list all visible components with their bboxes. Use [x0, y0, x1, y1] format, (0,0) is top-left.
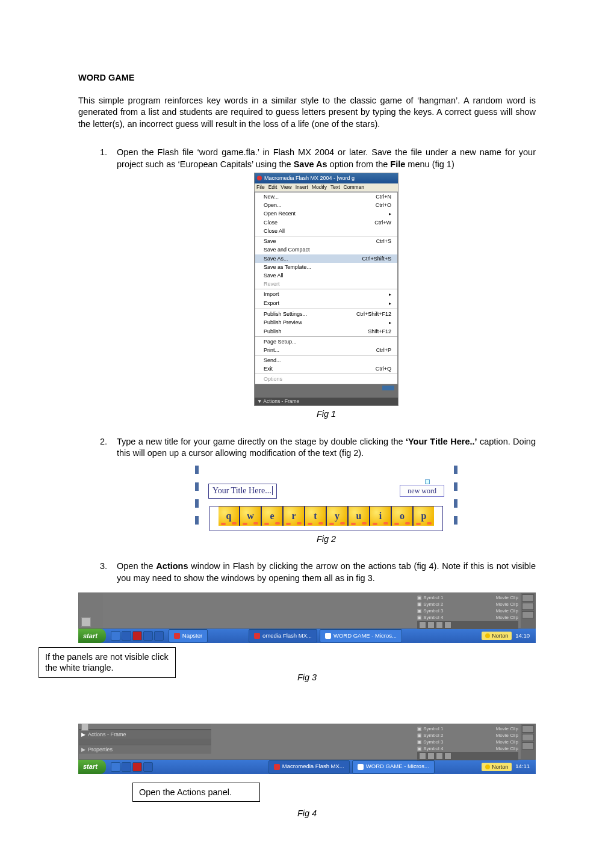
properties-expand-triangle[interactable]: ▶	[81, 746, 85, 753]
task-word-doc-4[interactable]: WORD GAME - Micros...	[352, 760, 435, 774]
title-text: Your Title Here...	[212, 486, 271, 495]
flash-title-bar: Macromedia Flash MX 2004 - [word g	[255, 173, 398, 183]
menu-insert[interactable]: Insert	[296, 184, 308, 191]
step3-text-a: Open the	[117, 561, 156, 571]
file-menu-item[interactable]: ExitCtrl+Q	[255, 365, 397, 373]
step1-text-c: option from the	[327, 159, 391, 169]
key-t[interactable]: t	[304, 506, 326, 526]
library-tool-icon[interactable]	[419, 753, 426, 760]
file-menu-item[interactable]: Save As...Ctrl+Shift+S	[255, 254, 397, 263]
library-row[interactable]: ▣ Symbol 4Movie Clip	[417, 745, 518, 752]
ql4-icon-4[interactable]	[143, 762, 153, 772]
key-y[interactable]: y	[326, 506, 347, 526]
library-row[interactable]: ▣ Symbol 2Movie Clip	[417, 601, 518, 608]
panel-expand-arrow[interactable]	[81, 617, 91, 627]
key-o[interactable]: o	[391, 506, 412, 526]
library-tool-icon[interactable]	[427, 753, 435, 760]
start-button[interactable]: start	[78, 629, 106, 643]
selection-handle[interactable]	[425, 479, 430, 484]
fig4-library-panel: ▣ Symbol 1Movie Clip▣ Symbol 2Movie Clip…	[415, 724, 535, 759]
library-tool-icon[interactable]	[419, 621, 426, 629]
library-row[interactable]: ▣ Symbol 3Movie Clip	[417, 739, 518, 745]
ql-icon-3[interactable]	[132, 631, 142, 641]
panel-slot-icon[interactable]	[81, 724, 88, 731]
task-napster[interactable]: Napster	[169, 629, 208, 642]
ql4-icon-2[interactable]	[122, 762, 131, 772]
actions-expand-triangle[interactable]: ▶	[81, 731, 85, 738]
library-row[interactable]: ▣ Symbol 1Movie Clip	[417, 725, 518, 732]
library-row[interactable]: ▣ Symbol 4Movie Clip	[417, 614, 518, 621]
fig4-taskbar: start Macromedia Flash MX... WORD GAME -…	[78, 760, 536, 774]
file-menu-item[interactable]: Save as Template...	[255, 263, 397, 271]
key-p[interactable]: p	[412, 506, 434, 526]
lib-scroll-down[interactable]	[522, 611, 534, 618]
ql-icon-5[interactable]	[154, 631, 164, 641]
key-e[interactable]: e	[261, 506, 282, 526]
menu-modify[interactable]: Modify	[312, 184, 327, 191]
key-i[interactable]: i	[369, 506, 391, 526]
file-menu-item[interactable]: Publish Settings...Ctrl+Shift+F12	[255, 310, 397, 318]
file-menu-item[interactable]: Send...	[255, 356, 397, 365]
menu-item-label: Save as Template...	[264, 263, 311, 271]
menu-item-shortcut: Ctrl+Shift+F12	[356, 310, 391, 318]
file-menu-item[interactable]: Print...Ctrl+P	[255, 346, 397, 354]
menu-edit[interactable]: Edit	[268, 184, 278, 191]
menu-file[interactable]: File	[256, 184, 265, 191]
clock-4: 14:11	[515, 763, 530, 771]
library-row[interactable]: ▣ Symbol 3Movie Clip	[417, 608, 518, 614]
actions-panel-header[interactable]: ▶ Actions - Frame	[79, 730, 211, 739]
task-flash[interactable]: omedia Flash MX...	[249, 629, 317, 642]
lib4-scroll-up[interactable]	[522, 725, 534, 733]
task-word-doc[interactable]: WORD GAME - Micros...	[320, 629, 402, 642]
library-row[interactable]: ▣ Symbol 1Movie Clip	[417, 594, 518, 601]
properties-panel-header[interactable]: ▶ Properties	[79, 745, 211, 754]
ql-ie-icon[interactable]	[111, 631, 120, 641]
lib-scroll-up[interactable]	[522, 594, 534, 602]
norton-badge-4[interactable]: Norton	[482, 763, 512, 771]
library-tool-icon[interactable]	[444, 621, 451, 629]
file-menu-item[interactable]: Close All	[255, 227, 397, 235]
task-flash-4[interactable]: Macromedia Flash MX...	[268, 760, 350, 774]
lib-scroll-mid[interactable]	[522, 603, 534, 610]
file-menu-item[interactable]: Page Setup...	[255, 337, 397, 346]
ql4-ie-icon[interactable]	[111, 762, 120, 772]
file-menu-item[interactable]: New...Ctrl+N	[255, 192, 397, 201]
file-menu-item[interactable]: CloseCtrl+W	[255, 218, 397, 227]
ql-icon-4[interactable]	[143, 631, 153, 641]
library-tool-icon[interactable]	[436, 621, 443, 629]
file-menu-item[interactable]: Save and Compact	[255, 245, 397, 254]
library-row[interactable]: ▣ Symbol 2Movie Clip	[417, 732, 518, 739]
library-tool-icon[interactable]	[436, 753, 443, 760]
menu-view[interactable]: View	[281, 184, 291, 191]
file-menu-item[interactable]: Export	[255, 299, 397, 308]
fig4-panel-left: ▶ Actions - Frame ▶ Properties	[79, 724, 211, 759]
file-menu-item[interactable]: PublishShift+F12	[255, 327, 397, 336]
key-u[interactable]: u	[347, 506, 369, 526]
quick-launch-4	[108, 762, 155, 772]
menu-text[interactable]: Text	[330, 184, 340, 191]
key-r[interactable]: r	[282, 506, 304, 526]
file-menu-item[interactable]: Save All	[255, 271, 397, 280]
file-menu-item[interactable]: Open Recent	[255, 209, 397, 218]
library-tool-icon[interactable]	[427, 621, 435, 629]
key-q[interactable]: q	[219, 506, 239, 526]
new-word-button[interactable]: new word	[400, 485, 444, 497]
key-w[interactable]: w	[239, 506, 261, 526]
norton-badge[interactable]: Norton	[482, 632, 512, 640]
ql4-icon-3[interactable]	[132, 762, 142, 772]
flash-title-text: Macromedia Flash MX 2004 - [word g	[264, 174, 355, 182]
lib4-scroll-mid[interactable]	[522, 734, 534, 741]
file-menu-item[interactable]: SaveCtrl+S	[255, 237, 397, 245]
library-tool-icon[interactable]	[444, 753, 451, 760]
ql-icon-2[interactable]	[122, 631, 131, 641]
file-menu-item[interactable]: Import	[255, 290, 397, 299]
title-here-box[interactable]: Your Title Here...	[208, 484, 277, 499]
lib4-scroll-down[interactable]	[522, 742, 534, 749]
step1-save-as: Save As	[294, 159, 327, 169]
menu-commands[interactable]: Comman	[344, 184, 364, 191]
start-button-4[interactable]: start	[78, 760, 106, 774]
file-menu-item[interactable]: Open...Ctrl+O	[255, 201, 397, 209]
word-icon-4	[358, 764, 364, 770]
file-menu-item[interactable]: Publish Preview	[255, 318, 397, 327]
fig1-flash-file-menu: Macromedia Flash MX 2004 - [word g File …	[254, 173, 398, 406]
